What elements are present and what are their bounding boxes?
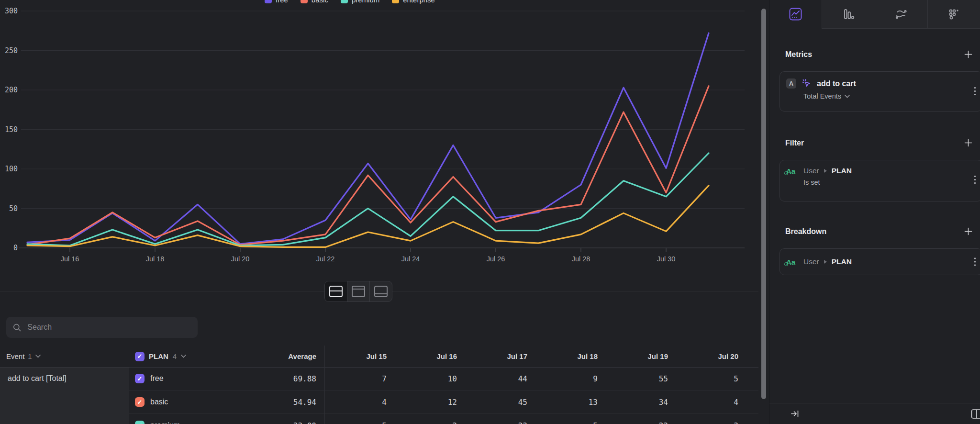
caret-right-icon	[824, 260, 827, 264]
date-column-header[interactable]: Jul 15	[316, 352, 387, 360]
add-metric-button[interactable]	[963, 49, 973, 59]
add-breakdown-button[interactable]	[963, 226, 973, 236]
bar-chart-icon	[842, 8, 855, 21]
cell-value: 5	[527, 421, 598, 424]
date-column-header[interactable]: Jul 18	[527, 352, 598, 360]
filter-kebab-menu[interactable]	[972, 173, 978, 186]
line-chart: 050100150200250300Jul 16Jul 18Jul 20Jul …	[0, 0, 758, 291]
svg-text:Jul 26: Jul 26	[487, 255, 505, 263]
plan-header-label: PLAN	[149, 352, 168, 360]
cell-value: 4	[316, 398, 387, 407]
layout-split-button[interactable]	[325, 281, 347, 301]
breakdown-table: Event 1 PLAN 4 Average Jul 15Jul 16Jul 1…	[0, 346, 758, 424]
tab-flow[interactable]	[875, 0, 927, 29]
cell-value: 23	[457, 421, 527, 424]
svg-text:100: 100	[5, 165, 18, 173]
chevron-down-icon	[845, 95, 850, 98]
average-value: 33.00	[249, 421, 316, 424]
metric-event-name: add to cart	[817, 79, 856, 88]
cell-value: 45	[457, 398, 527, 407]
average-value: 54.94	[249, 398, 316, 407]
chevron-down-icon	[181, 355, 186, 358]
plan-header-dropdown[interactable]: PLAN 4	[129, 352, 249, 361]
row-checkbox[interactable]	[135, 421, 145, 424]
filter-card[interactable]: Aa User PLAN Is set	[780, 160, 980, 201]
metrics-section-header: Metrics	[785, 49, 973, 59]
breakdown-kebab-menu[interactable]	[972, 256, 978, 268]
tab-line-chart[interactable]	[769, 0, 822, 29]
search-box	[6, 317, 198, 338]
vertical-scrollbar[interactable]	[761, 9, 766, 399]
date-column-header[interactable]: Jul 17	[457, 352, 527, 360]
search-input[interactable]	[26, 323, 191, 332]
collapse-panel-button[interactable]	[789, 408, 801, 420]
line-chart-icon	[789, 8, 802, 21]
event-header-label: Event	[6, 352, 24, 360]
top-panel-icon	[352, 286, 365, 297]
column-divider	[324, 346, 325, 424]
layout-chart-only-button[interactable]	[347, 281, 370, 301]
sidebar-footer	[769, 403, 980, 424]
svg-text:Jul 18: Jul 18	[146, 255, 165, 263]
date-column-header[interactable]: Jul 19	[598, 352, 668, 360]
event-header-dropdown[interactable]: Event 1	[0, 352, 129, 360]
plan-name: free	[150, 374, 164, 383]
plan-name: premium	[150, 421, 180, 424]
cell-value: 5	[316, 421, 387, 424]
metric-card[interactable]: A add to cart Total Events	[780, 71, 980, 112]
cell-value: 44	[457, 374, 527, 383]
tab-dots-grid[interactable]	[927, 0, 980, 29]
kebab-icon	[974, 87, 976, 96]
breakdown-scope: User	[803, 257, 819, 266]
add-filter-button[interactable]	[963, 138, 973, 148]
svg-text:250: 250	[5, 46, 18, 55]
row-checkbox[interactable]	[135, 374, 145, 383]
metric-kebab-menu[interactable]	[972, 85, 978, 98]
filter-condition-dropdown[interactable]: Is set	[803, 179, 980, 186]
breakdown-section-header: Breakdown	[785, 226, 973, 236]
svg-text:Jul 22: Jul 22	[316, 255, 335, 263]
plan-cell: free	[129, 374, 249, 383]
svg-text:300: 300	[5, 7, 18, 15]
text-property-icon: Aa	[786, 167, 799, 175]
svg-text:200: 200	[5, 86, 18, 94]
average-column-header[interactable]: Average	[249, 352, 316, 360]
series-free	[27, 33, 709, 244]
date-column-header[interactable]: Jul 16	[387, 352, 457, 360]
tab-bar-chart[interactable]	[822, 0, 874, 29]
cell-value: 55	[598, 374, 668, 383]
breakdown-title: Breakdown	[785, 227, 826, 236]
svg-text:Jul 30: Jul 30	[657, 255, 676, 263]
search-icon	[13, 323, 21, 332]
cell-value: 9	[527, 374, 598, 383]
cell-value: 10	[387, 374, 457, 383]
plus-icon	[964, 139, 972, 147]
caret-right-icon	[824, 169, 827, 173]
metrics-title: Metrics	[785, 50, 812, 59]
layout-table-only-button[interactable]	[370, 281, 392, 301]
row-checkbox[interactable]	[135, 397, 145, 407]
chart-area: freebasicpremiumenterprise 0501001502002…	[0, 0, 758, 291]
metric-series-badge: A	[786, 78, 796, 89]
sidebar: Metrics A add to cart Total Eve	[769, 0, 980, 424]
date-column-header[interactable]: Jul 20	[668, 352, 738, 360]
bottom-panel-icon	[374, 286, 388, 297]
split-view-icon	[329, 286, 343, 297]
dots-grid-icon	[947, 8, 960, 21]
layout-toolbar	[324, 281, 392, 302]
plan-header-checkbox[interactable]	[135, 352, 145, 361]
cell-value: 3	[387, 421, 457, 424]
panel-layout-button[interactable]	[968, 408, 980, 420]
plan-count: 4	[173, 352, 177, 360]
filter-condition-label: Is set	[803, 179, 820, 186]
cell-value: 34	[598, 398, 668, 407]
click-event-icon	[801, 78, 812, 89]
cell-value: 7	[316, 374, 387, 383]
filter-title: Filter	[785, 139, 804, 147]
breakdown-card[interactable]: Aa User PLAN	[780, 248, 980, 275]
metric-aggregation-dropdown[interactable]: Total Events	[803, 92, 980, 100]
cell-value: 3	[668, 421, 738, 424]
table-row: free69.88710449555	[129, 367, 758, 391]
metric-aggregation-label: Total Events	[803, 92, 841, 100]
plus-icon	[964, 50, 972, 58]
